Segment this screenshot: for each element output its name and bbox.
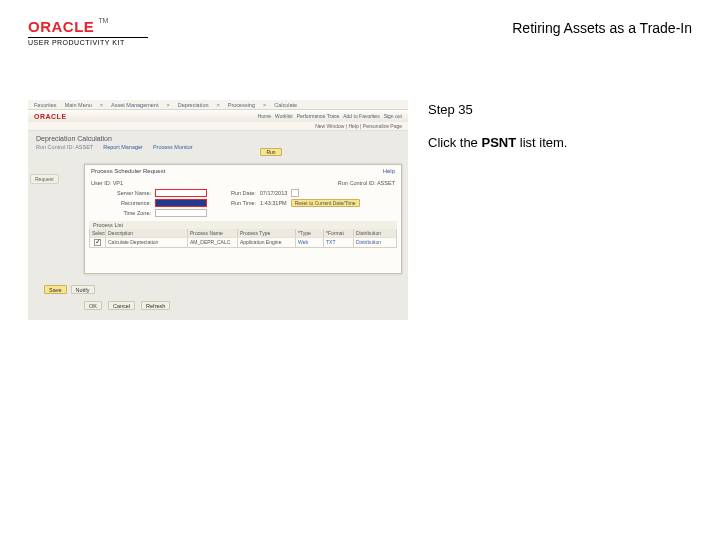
ss-sub-links: Run Control ID: ASSET Report Manager Pro… — [28, 144, 408, 154]
ss-reset-time-button[interactable]: Reset to Current Date/Time — [291, 199, 360, 207]
oracle-logo-text: ORACLE — [28, 18, 94, 35]
ss-brand-row: ORACLE Home Worklist Performance Trace A… — [28, 110, 408, 122]
ss-process-scheduler-modal: Process Scheduler Request Help User ID: … — [84, 164, 402, 274]
ss-refresh-button[interactable]: Refresh — [141, 301, 170, 310]
table-row: Calculate Depreciation AM_DEPR_CALC Appl… — [90, 237, 396, 247]
ss-save-row: Save Notify — [44, 285, 95, 294]
oracle-branding: ORACLE TM USER PRODUCTIVITY KIT — [28, 18, 148, 46]
ss-timezone-input[interactable] — [155, 209, 207, 217]
ss-breadcrumb-bar: Favorites Main Menu> Asset Management> D… — [28, 100, 408, 110]
trademark: TM — [98, 17, 108, 24]
ss-page-title: Depreciation Calculation — [28, 131, 408, 144]
ss-ok-row: OK Cancel Refresh — [84, 301, 170, 310]
ss-toolbar-right: New Window | Help | Personalize Page — [28, 122, 408, 131]
embedded-screenshot: Favorites Main Menu> Asset Management> D… — [28, 100, 408, 320]
step-label: Step 35 — [428, 102, 692, 117]
ss-select-checkbox[interactable] — [94, 239, 101, 246]
ss-save-button[interactable]: Save — [44, 285, 67, 294]
ss-psnt-list-item[interactable] — [155, 199, 207, 207]
ss-request-tab: Request — [30, 174, 59, 184]
topic-title: Retiring Assets as a Trade-In — [512, 18, 692, 36]
ss-server-name-dropdown[interactable] — [155, 189, 207, 197]
ss-oracle-logo: ORACLE — [34, 113, 67, 120]
ss-help-link[interactable]: Help — [383, 168, 395, 174]
ss-notify-button[interactable]: Notify — [71, 285, 95, 294]
ss-ok-button[interactable]: OK — [84, 301, 102, 310]
ss-modal-title: Process Scheduler Request — [91, 168, 165, 174]
ss-cancel-button[interactable]: Cancel — [108, 301, 135, 310]
ss-run-button[interactable]: Run — [260, 148, 282, 156]
ss-process-table: Select Description Process Name Process … — [89, 229, 397, 248]
ss-process-list-header: Process List — [89, 221, 397, 229]
product-subtitle: USER PRODUCTIVITY KIT — [28, 39, 148, 46]
instruction-text: Click the PSNT list item. — [428, 135, 692, 150]
calendar-icon[interactable] — [291, 189, 299, 197]
